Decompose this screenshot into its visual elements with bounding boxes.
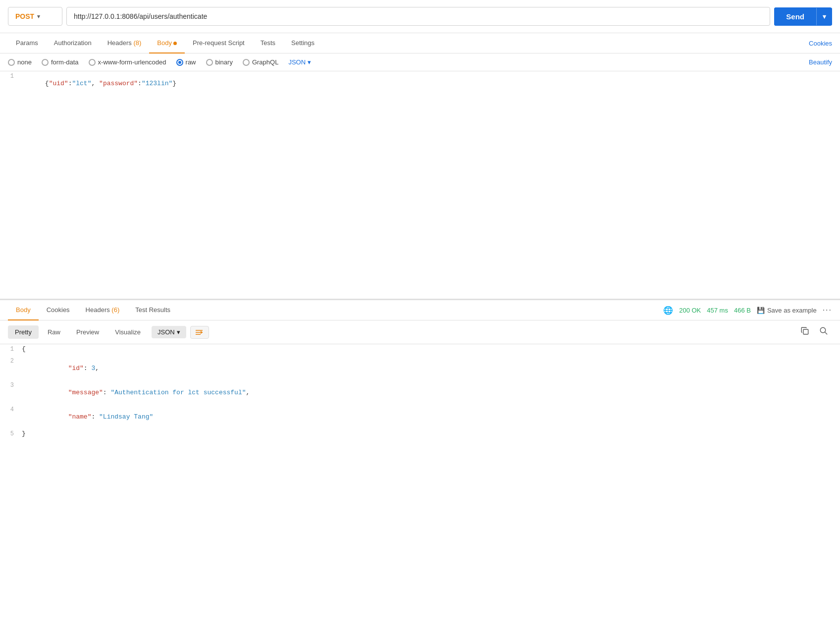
method-chevron-icon: ▾ [37,13,40,20]
send-button[interactable]: Send ▾ [774,7,832,26]
resp-tab-cookies[interactable]: Cookies [39,300,78,320]
more-options-button[interactable]: ··· [823,306,832,315]
body-type-urlencoded[interactable]: x-www-form-urlencoded [89,58,166,66]
body-dot [173,42,177,45]
tab-pre-request[interactable]: Pre-request Script [185,33,253,53]
wrap-icon [196,329,204,336]
globe-icon: 🌐 [663,306,673,315]
resp-line-4: 4 "name": "Lindsay Tang" [0,405,840,429]
send-dropdown-icon[interactable]: ▾ [816,8,832,25]
radio-urlencoded [89,59,96,66]
body-type-binary[interactable]: binary [206,58,233,66]
tab-params[interactable]: Params [8,33,46,53]
resp-tab-headers[interactable]: Headers (6) [78,300,128,320]
url-input[interactable] [66,7,770,26]
svg-line-5 [825,332,827,334]
response-view-bar: Pretty Raw Preview Visualize JSON ▾ [0,320,840,344]
copy-button[interactable] [796,324,813,340]
radio-binary [206,59,213,66]
response-meta: 🌐 200 OK 457 ms 466 B 💾 Save as example … [663,306,832,315]
status-badge: 200 OK [679,307,701,314]
tab-tests[interactable]: Tests [253,33,283,53]
search-icon [819,326,828,335]
resp-view-pretty[interactable]: Pretty [8,325,39,339]
format-dropdown[interactable]: JSON ▾ [288,58,311,66]
resp-tab-body[interactable]: Body [8,300,39,320]
tab-authorization[interactable]: Authorization [46,33,100,53]
request-code-editor[interactable]: 1 {"uid":"lct", "password":"123lin"} [0,71,840,299]
resp-line-2: 2 "id": 3, [0,356,840,380]
save-example-button[interactable]: 💾 Save as example [757,307,817,314]
method-dropdown[interactable]: POST ▾ [8,7,62,26]
request-tabs: Params Authorization Headers (8) Body Pr… [0,33,840,53]
resp-line-1: 1 { [0,344,840,356]
tab-headers[interactable]: Headers (8) [100,33,150,53]
response-size: 466 B [734,307,751,314]
cookies-link[interactable]: Cookies [809,34,832,53]
body-type-raw[interactable]: raw [176,58,196,66]
response-tabs-bar: Body Cookies Headers (6) Test Results 🌐 … [0,300,840,320]
method-label: POST [15,12,34,20]
response-format-dropdown[interactable]: JSON ▾ [152,326,186,338]
save-icon: 💾 [757,307,765,314]
beautify-button[interactable]: Beautify [809,58,832,66]
body-type-bar: none form-data x-www-form-urlencoded raw… [0,53,840,71]
body-type-form-data[interactable]: form-data [42,58,79,66]
radio-raw [176,59,183,66]
resp-line-5: 5 } [0,429,840,441]
search-button[interactable] [815,324,832,340]
resp-view-preview[interactable]: Preview [69,325,106,339]
resp-view-raw[interactable]: Raw [41,325,67,339]
body-type-graphql[interactable]: GraphQL [243,58,278,66]
resp-tab-test-results[interactable]: Test Results [127,300,178,320]
request-line-1: 1 {"uid":"lct", "password":"123lin"} [0,71,840,96]
tab-settings[interactable]: Settings [283,33,322,53]
resp-format-chevron-icon: ▾ [177,328,180,336]
body-type-none[interactable]: none [8,58,32,66]
wrap-button[interactable] [190,326,209,339]
response-time: 457 ms [707,307,728,314]
resp-line-3: 3 "message": "Authentication for lct suc… [0,380,840,405]
response-code-area: 1 { 2 "id": 3, 3 "message": "Authenticat… [0,344,840,441]
radio-graphql [243,59,250,66]
resp-view-visualize[interactable]: Visualize [108,325,148,339]
send-label: Send [774,7,816,26]
url-bar: POST ▾ Send ▾ [0,0,840,33]
svg-rect-3 [803,329,808,334]
copy-icon [800,326,809,335]
tab-body[interactable]: Body [149,33,185,53]
response-section: Body Cookies Headers (6) Test Results 🌐 … [0,299,840,441]
format-chevron-icon: ▾ [308,58,311,66]
radio-none [8,59,15,66]
radio-form-data [42,59,49,66]
